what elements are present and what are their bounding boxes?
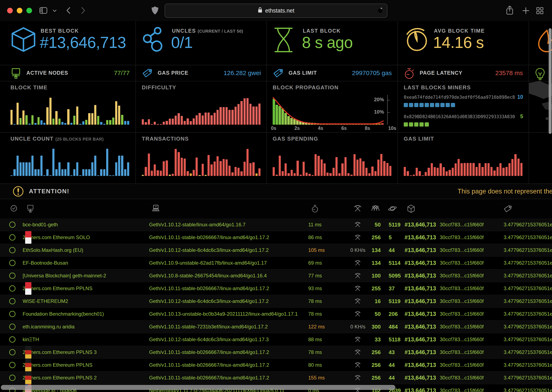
- transactions-bar: [222, 159, 225, 176]
- node-pin-icon[interactable]: [9, 273, 15, 279]
- node-pin-icon[interactable]: [9, 234, 15, 241]
- url-bar[interactable]: ethstats.net: [165, 4, 387, 18]
- node-pin-icon[interactable]: [9, 247, 15, 253]
- miner-address: 0x829BD824B016326A401d083B33D092293333A8…: [404, 114, 515, 119]
- zoom-window-button[interactable]: [26, 8, 32, 13]
- table-row[interactable]: 2Miners.com Ethereum PPLNS 2 Geth/v1.10.…: [0, 371, 552, 384]
- transactions-bar: [166, 161, 168, 176]
- gas_limit-bar: [469, 163, 472, 176]
- sidebar-icon[interactable]: [39, 7, 47, 15]
- mined-block-square: [404, 122, 408, 126]
- chart-title: BLOCK TIME: [10, 84, 48, 91]
- block-hash: 30ccf783...c15f660f: [440, 321, 484, 333]
- peer-count: 134: [358, 244, 381, 256]
- block_time-bar: [112, 118, 114, 125]
- stat-value: 14.16 s: [433, 33, 484, 51]
- transactions-bar: [205, 175, 207, 176]
- table-row[interactable]: [Universa Blockchain] geth-mainnet-2 Get…: [0, 269, 552, 282]
- back-icon[interactable]: [66, 7, 71, 15]
- node-pin-icon[interactable]: [9, 324, 15, 330]
- table-row[interactable]: Foundation Benchmarking(bench01) Geth/v1…: [0, 308, 552, 321]
- block-number: #13,646,713: [405, 333, 436, 346]
- table-row[interactable]: bce-bnd01-geth Geth/v1.10.12-stable/linu…: [0, 218, 552, 231]
- table-row[interactable]: eth.icanmining.ru aridia Geth/v1.10.11-s…: [0, 321, 552, 333]
- node-table-body: bce-bnd01-geth Geth/v1.10.12-stable/linu…: [0, 218, 552, 392]
- block-number: #13,646,713: [405, 218, 436, 231]
- gas_spending-bar: [279, 156, 281, 176]
- tag-icon: [503, 205, 512, 214]
- y-tick-label: 20%: [359, 97, 384, 103]
- refresh-icon[interactable]: [377, 7, 384, 15]
- gas_spending-bar: [368, 173, 370, 176]
- node-pin-icon[interactable]: [9, 362, 15, 368]
- node-pin-icon[interactable]: [9, 336, 15, 343]
- pending-count: 44: [389, 371, 395, 384]
- miner-blocks-squares: [404, 122, 523, 126]
- miners-list: 0xea674fdde714fd979de3edf0f56aa9716b898e…: [404, 94, 523, 133]
- panel-gas-price: GAS PRICE 126.282 gwei: [136, 65, 267, 81]
- block-number: #13,646,713: [405, 244, 436, 256]
- stopwatch-icon: [404, 68, 415, 79]
- block_time-bar: [55, 111, 57, 125]
- node-pin-icon[interactable]: [9, 285, 15, 292]
- gas_limit-bar: [473, 163, 474, 176]
- uncle_count-bar: [118, 156, 120, 176]
- ethstats-dashboard: ethstats.net BEST BLOCK #13,646,713: [0, 0, 552, 392]
- table-row[interactable]: 2Miners.com Ethereum PPLNS Geth/v1.10.11…: [0, 359, 552, 371]
- uncle_count-bar: [79, 175, 81, 176]
- difficulty-bar: [214, 113, 216, 125]
- gas_spending-bar: [333, 168, 335, 176]
- node-pin-icon[interactable]: [9, 349, 15, 355]
- node-version: Geth/v1.10.13-unstable-bc0b34a9-20211112…: [149, 308, 298, 320]
- block-hash: 30ccf783...c15f660f: [440, 257, 484, 269]
- block_time-bar: [20, 118, 22, 125]
- shield-icon[interactable]: [151, 6, 159, 16]
- horizontal-scrollbar[interactable]: [1, 385, 395, 390]
- table-row[interactable]: EthSolo.MaxHash.org (EU) Geth/v1.10.12-s…: [0, 244, 552, 257]
- difficulty-bar: [252, 106, 254, 125]
- gas_limit-bar: [460, 163, 463, 176]
- peer-count: 134: [358, 257, 381, 269]
- stat-label: GAS LIMIT: [289, 65, 317, 81]
- block-hash: 30ccf783...c15f660f: [440, 295, 484, 308]
- gas_limit-bar: [499, 163, 502, 176]
- table-row[interactable]: 2Miners.com Ethereum SOLO Geth/v1.10.11-…: [0, 231, 552, 244]
- node-version: Geth/v1.10.8-stable-26675454/linux-amd64…: [149, 269, 267, 282]
- node-pin-icon[interactable]: [9, 260, 15, 266]
- block_time-bar: [124, 121, 126, 125]
- node-pin-icon[interactable]: [9, 311, 15, 317]
- share-icon[interactable]: [506, 6, 514, 16]
- close-window-button[interactable]: [7, 8, 13, 13]
- gas_spending-bar: [344, 157, 347, 176]
- total-difficulty: 3.477962715376051e+22: [504, 295, 552, 308]
- transactions-bar: [214, 161, 216, 176]
- table-row[interactable]: WISE-ETHEREUM2 Geth/v1.10.12-stable-6c4d…: [0, 295, 552, 308]
- minimize-window-button[interactable]: [17, 8, 22, 13]
- new-tab-icon[interactable]: [522, 7, 529, 15]
- uncle_count-bar: [121, 156, 123, 176]
- block_time-bar: [94, 105, 96, 125]
- node-pin-icon[interactable]: [9, 298, 15, 304]
- gas_limit-bar: [466, 163, 469, 176]
- difficulty-bar: [163, 122, 165, 125]
- forward-icon[interactable]: [81, 7, 86, 15]
- table-row[interactable]: 2Miners.com Ethereum PPLNS Geth/v1.10.11…: [0, 282, 552, 295]
- gas_spending-bar: [317, 156, 320, 176]
- node-pin-icon[interactable]: [9, 222, 15, 228]
- node-pin-icon[interactable]: [9, 375, 15, 381]
- node-latency: 78 ms: [308, 308, 322, 320]
- attention-notice: This page does not represent the: [458, 184, 552, 199]
- table-row[interactable]: 2Miners.com Ethereum PPLNS 3 Geth/v1.10.…: [0, 346, 552, 359]
- table-row[interactable]: kinΞTH Geth/v1.10.12-stable-6c4dc6c3/lin…: [0, 333, 552, 346]
- chevron-down-icon[interactable]: [53, 9, 57, 13]
- difficulty-bar: [244, 98, 246, 125]
- vertical-scrollbar[interactable]: [549, 28, 552, 134]
- difficulty-bar: [256, 106, 258, 125]
- table-row[interactable]: EF-Bootnode-Busan Geth/v1.10.9-unstable-…: [0, 257, 552, 269]
- tab-overview-icon[interactable]: [536, 7, 544, 15]
- difficulty-bar: [178, 113, 180, 125]
- transactions-bar: [178, 152, 180, 176]
- difficulty-bar: [142, 119, 144, 125]
- gas_spending-bar: [308, 174, 311, 176]
- lightbulb-icon: [534, 68, 546, 80]
